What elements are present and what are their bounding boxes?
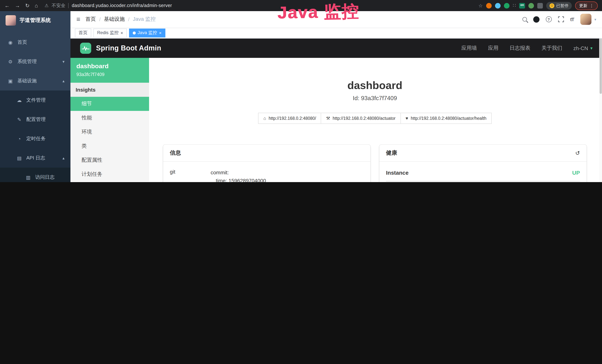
font-size-icon[interactable]: tT <box>570 17 574 22</box>
page-head: dashboard Id: 93a3fc7f7409 <box>163 79 587 102</box>
caret-down-icon: ▾ <box>594 17 596 21</box>
warning-icon: ⚠ <box>44 3 49 8</box>
navbar-actions: ? tT ▾ <box>522 14 596 25</box>
update-button[interactable]: 更新 ⋮ <box>575 1 598 10</box>
puzzle-extension-icon[interactable] <box>537 3 543 8</box>
tab-java-monitor[interactable]: Java 监控 × <box>129 28 165 37</box>
sidebar-item-api-logs[interactable]: ▤ API 日志 ▴ <box>0 148 70 168</box>
sba-brand-title[interactable]: Spring Boot Admin <box>96 44 161 52</box>
sba-nav-about[interactable]: 关于我们 <box>542 45 562 52</box>
health-row[interactable]: Instance UP <box>386 164 580 181</box>
row-label: git <box>170 169 211 182</box>
menu-item-environment[interactable]: 环境 <box>70 125 149 139</box>
log-icon: ▤ <box>16 155 22 161</box>
close-icon[interactable]: × <box>120 31 123 35</box>
instance-name: dashboard <box>76 63 143 70</box>
breadcrumb-separator: / <box>99 16 101 22</box>
menu-item-classes[interactable]: 类 <box>70 139 149 153</box>
tab-label: Java 监控 <box>138 30 157 36</box>
hamburger-icon[interactable]: ≡ <box>76 15 80 23</box>
sba-nav-wallboard[interactable]: 应用墙 <box>462 45 477 52</box>
breadcrumb-item[interactable]: 首页 <box>86 16 96 23</box>
sidebar-item-home[interactable]: ◉ 首页 <box>0 33 70 52</box>
forward-icon[interactable]: → <box>15 3 20 9</box>
browser-nav-controls: ← → ↻ ⌂ <box>4 3 38 9</box>
sidebar-item-access-logs[interactable]: ▥ 访问日志 <box>0 168 70 182</box>
sba-sidebar: dashboard 93a3fc7f7409 Insights 细节 性能 环境… <box>70 58 149 182</box>
heart-icon: ♥ <box>406 116 408 121</box>
github-icon[interactable] <box>533 16 539 22</box>
gear-icon: ⚙ <box>7 59 13 64</box>
tab-home[interactable]: 首页 <box>75 28 91 37</box>
help-icon[interactable]: ? <box>546 16 552 22</box>
smiley-icon: ☺ <box>549 3 554 8</box>
menu-item-scheduled-tasks[interactable]: 计划任务 <box>70 167 149 181</box>
sidebar-menu: ◉ 首页 ⚙ 系统管理 ▾ ▣ 基础设施 ▴ ☁ 文件管理 <box>0 30 70 182</box>
tab-label: 首页 <box>79 30 87 36</box>
sidebar-item-label: API 日志 <box>26 155 45 161</box>
menu-section-insights[interactable]: Insights <box>70 83 149 97</box>
health-card-body: Instance UP <box>379 162 587 182</box>
sidebar-item-file-management[interactable]: ☁ 文件管理 <box>0 90 70 110</box>
on-badge-extension-icon[interactable]: on <box>519 3 525 8</box>
sba-nav-applications[interactable]: 应用 <box>488 45 499 52</box>
sidebar-item-label: 系统管理 <box>17 58 37 65</box>
breadcrumb-item[interactable]: 基础设施 <box>104 16 125 23</box>
language-selector[interactable]: zh-CN ▾ <box>573 45 592 51</box>
service-url-link[interactable]: ⌂ http://192.168.0.2:48080/ <box>258 113 321 124</box>
sidebar: 芋道管理系统 ◉ 首页 ⚙ 系统管理 ▾ ▣ 基础设施 ▴ ☁ <box>0 11 70 182</box>
sidebar-item-scheduled-tasks[interactable]: ◔ 定时任务 <box>0 129 70 148</box>
menu-item-config-props[interactable]: 配置属性 <box>70 153 149 167</box>
app-frame: 芋道管理系统 ◉ 首页 ⚙ 系统管理 ▾ ▣ 基础设施 ▴ ☁ <box>0 11 602 182</box>
fullscreen-icon[interactable] <box>558 16 564 22</box>
menu-item-metrics[interactable]: 性能 <box>70 111 149 125</box>
scrollbar[interactable] <box>599 22 602 182</box>
tab-redis-monitor[interactable]: Redis 监控 × <box>93 28 127 37</box>
url-text[interactable]: dashboard.yudao.iocoder.cn/infra/admin-s… <box>72 3 172 8</box>
chevron-down-icon: ▾ <box>590 46 592 51</box>
extension-icon[interactable] <box>495 3 501 8</box>
extension-icon[interactable] <box>504 3 509 8</box>
extension-icon[interactable] <box>486 3 492 8</box>
avatar[interactable] <box>580 14 591 25</box>
breadcrumb-current: Java 监控 <box>133 16 156 23</box>
tags-view: 首页 Redis 监控 × Java 监控 × <box>70 27 602 39</box>
extension-icon[interactable] <box>528 3 534 8</box>
instance-id: 93a3fc7f7409 <box>76 72 143 77</box>
health-url-link[interactable]: ♥ http://192.168.0.2:48080/actuator/heal… <box>400 113 492 124</box>
actuator-url-link[interactable]: ⚒ http://192.168.0.2:48080/actuator <box>321 113 401 124</box>
paused-chip[interactable]: ☺ 已暂停 <box>546 2 572 10</box>
dashboard-icon: ◉ <box>7 40 13 45</box>
menu-item-details[interactable]: 细节 <box>70 97 149 111</box>
security-label[interactable]: 不安全 <box>52 2 65 9</box>
sba-nav: 应用墙 应用 日志报表 关于我们 zh-CN ▾ <box>462 45 592 52</box>
extensions-grid-icon[interactable]: ∷ <box>513 3 516 8</box>
browser-extensions-area: ☆ ∷ on ☺ 已暂停 更新 ⋮ <box>479 1 598 10</box>
screen: ← → ↻ ⌂ ⚠ 不安全 dashboard.yudao.iocoder.cn… <box>0 0 602 182</box>
instance-header[interactable]: dashboard 93a3fc7f7409 <box>70 58 149 83</box>
sba-nav-journal[interactable]: 日志报表 <box>510 45 530 52</box>
language-label: zh-CN <box>573 45 588 51</box>
page-instance-id: Id: 93a3fc7f7409 <box>163 95 587 102</box>
app-logo <box>6 15 16 26</box>
reload-icon[interactable]: ↻ <box>25 3 30 9</box>
git-commit-line: commit: <box>211 169 266 177</box>
cloud-icon: ☁ <box>16 97 22 103</box>
link-text: http://192.168.0.2:48080/ <box>269 116 316 120</box>
bookmark-star-icon[interactable]: ☆ <box>479 3 483 8</box>
search-icon[interactable] <box>522 17 527 21</box>
sidebar-item-label: 定时任务 <box>26 135 46 142</box>
sidebar-item-infrastructure[interactable]: ▣ 基础设施 ▴ <box>0 71 70 90</box>
navbar: ≡ 首页 / 基础设施 / Java 监控 ? tT <box>70 11 602 27</box>
app-logo-row[interactable]: 芋道管理系统 <box>0 11 70 30</box>
home-icon[interactable]: ⌂ <box>35 3 38 9</box>
sidebar-item-system-management[interactable]: ⚙ 系统管理 ▾ <box>0 52 70 71</box>
back-icon[interactable]: ← <box>4 3 10 9</box>
address-bar[interactable]: ⚠ 不安全 dashboard.yudao.iocoder.cn/infra/a… <box>42 2 474 9</box>
chevron-up-icon: ▴ <box>63 156 64 161</box>
sidebar-item-config-management[interactable]: ✎ 配置管理 <box>0 110 70 129</box>
history-icon[interactable]: ↺ <box>575 150 580 156</box>
menu-item-logs[interactable]: 日志 <box>70 181 149 182</box>
close-icon[interactable]: × <box>159 31 161 35</box>
info-card-title: 信息 <box>163 145 370 162</box>
